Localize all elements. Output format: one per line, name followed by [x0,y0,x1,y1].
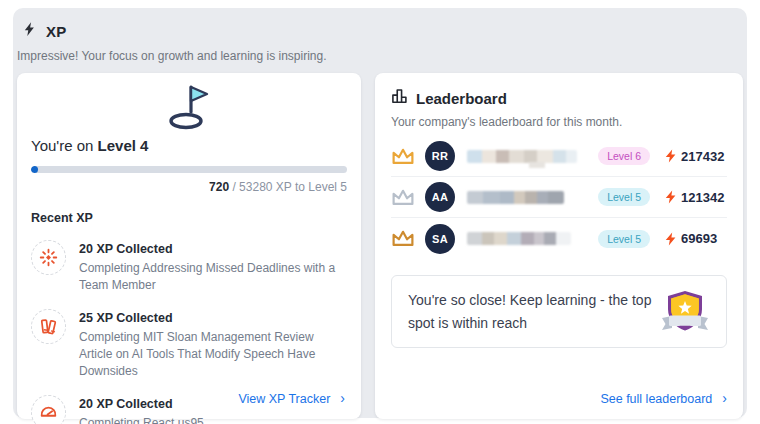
xp-score: 69693 [665,231,727,246]
avatar: SA [425,224,455,254]
xp-card: You're on Level 4 720 / 53280 XP to Leve… [17,73,361,419]
sparkle-icon [31,240,66,275]
xp-item: 20 XP Collected Completing Addressing Mi… [31,240,347,294]
xp-score: 217432 [665,149,727,164]
crown-silver-icon [391,188,415,207]
see-full-leaderboard-link[interactable]: See full leaderboard › [600,392,727,406]
xp-item-description: Completing MIT Sloan Management Review A… [79,329,347,380]
leaderboard-title: Leaderboard [416,90,507,107]
bolt-icon [665,232,676,246]
leaderboard-card: Leaderboard Your company's leaderboard f… [375,73,743,419]
panel-header: XP [13,8,747,41]
avatar: RR [425,141,455,171]
xp-item-description: Completing React us95 [79,415,204,424]
books-icon [31,309,66,344]
leaderboard-row: SA Level 5 69693 [391,218,727,259]
xp-value: 121342 [681,190,724,205]
encouragement-box: You're so close! Keep learning - the top… [391,275,727,348]
xp-value: 69693 [681,231,717,246]
xp-item: 25 XP Collected Completing MIT Sloan Man… [31,309,347,380]
level-badge: Level 5 [598,188,650,206]
level-value: Level 4 [98,137,149,154]
xp-progress-fill [31,166,38,173]
recent-xp-heading: Recent XP [31,211,347,225]
xp-item-title: 25 XP Collected [79,311,347,325]
chevron-right-icon: › [340,391,345,405]
avatar: AA [425,182,455,212]
xp-item-text: 20 XP Collected Completing React us95 [79,395,204,424]
level-badge: Level 5 [598,230,650,248]
chevron-right-icon: › [722,391,727,405]
flag-icon [31,73,347,129]
cards-row: You're on Level 4 720 / 53280 XP to Leve… [13,63,747,419]
redacted-name [467,150,577,163]
xp-widget-panel: XP Impressive! Your focus on growth and … [13,8,747,418]
xp-current: 720 [209,180,229,194]
xp-progress-bar [31,166,347,173]
xp-item-title: 20 XP Collected [79,397,204,411]
crown-gold-icon [391,147,415,166]
xp-score: 121342 [665,190,727,205]
leaderboard-rows: RR Level 6 217432 AA [391,136,727,259]
view-xp-tracker-label: View XP Tracker [238,392,330,406]
crown-bronze-icon [391,229,415,248]
panel-title: XP [46,23,66,40]
level-line: You're on Level 4 [31,137,347,154]
see-full-leaderboard-label: See full leaderboard [600,392,712,406]
level-prefix: You're on [31,137,93,154]
bar-chart-icon [391,88,408,108]
xp-to-level: 720 / 53280 XP to Level 5 [31,180,347,194]
redacted-name [467,232,571,245]
xp-item-text: 25 XP Collected Completing MIT Sloan Man… [79,309,347,380]
leaderboard-row: RR Level 6 217432 [391,136,727,177]
leaderboard-header: Leaderboard [391,73,727,108]
leaderboard-row: AA Level 5 121342 [391,177,727,218]
xp-value: 217432 [681,149,724,164]
xp-remaining: / 53280 XP to Level 5 [232,180,347,194]
gauge-icon [31,395,66,424]
bolt-icon [665,190,676,204]
panel-subtitle: Impressive! Your focus on growth and lea… [13,41,747,63]
bolt-icon [665,149,676,163]
xp-item-text: 20 XP Collected Completing Addressing Mi… [79,240,347,294]
encouragement-text: You're so close! Keep learning - the top… [408,289,660,334]
xp-item-title: 20 XP Collected [79,242,347,256]
redacted-name [467,191,564,204]
xp-item-description: Completing Addressing Missed Deadlines w… [79,260,347,294]
leaderboard-subtitle: Your company's leaderboard for this mont… [391,115,727,129]
view-xp-tracker-link[interactable]: View XP Tracker › [238,392,345,406]
level-badge: Level 6 [598,147,650,165]
shield-star-ribbon-icon [660,289,710,334]
lightning-bolt-icon [22,21,37,41]
